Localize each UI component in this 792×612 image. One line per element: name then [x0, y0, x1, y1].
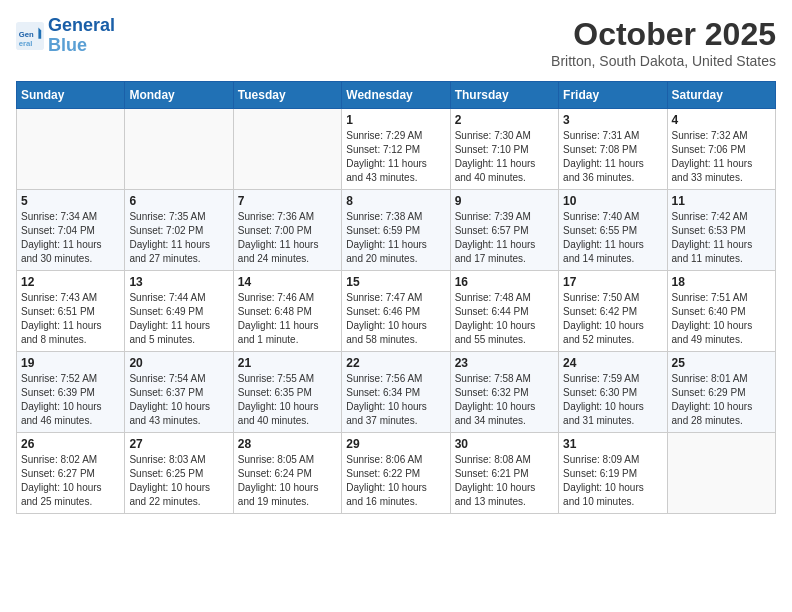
calendar-cell: 6Sunrise: 7:35 AM Sunset: 7:02 PM Daylig…	[125, 190, 233, 271]
calendar-cell: 12Sunrise: 7:43 AM Sunset: 6:51 PM Dayli…	[17, 271, 125, 352]
day-info: Sunrise: 7:32 AM Sunset: 7:06 PM Dayligh…	[672, 129, 771, 185]
calendar-table: SundayMondayTuesdayWednesdayThursdayFrid…	[16, 81, 776, 514]
page-header: Gen eral General Blue October 2025 Britt…	[16, 16, 776, 69]
calendar-header-row: SundayMondayTuesdayWednesdayThursdayFrid…	[17, 82, 776, 109]
day-number: 22	[346, 356, 445, 370]
calendar-cell: 8Sunrise: 7:38 AM Sunset: 6:59 PM Daylig…	[342, 190, 450, 271]
calendar-cell: 22Sunrise: 7:56 AM Sunset: 6:34 PM Dayli…	[342, 352, 450, 433]
calendar-cell: 15Sunrise: 7:47 AM Sunset: 6:46 PM Dayli…	[342, 271, 450, 352]
calendar-cell: 24Sunrise: 7:59 AM Sunset: 6:30 PM Dayli…	[559, 352, 667, 433]
day-number: 11	[672, 194, 771, 208]
day-info: Sunrise: 7:38 AM Sunset: 6:59 PM Dayligh…	[346, 210, 445, 266]
calendar-cell: 3Sunrise: 7:31 AM Sunset: 7:08 PM Daylig…	[559, 109, 667, 190]
calendar-header-tuesday: Tuesday	[233, 82, 341, 109]
calendar-cell: 31Sunrise: 8:09 AM Sunset: 6:19 PM Dayli…	[559, 433, 667, 514]
logo: Gen eral General Blue	[16, 16, 115, 56]
calendar-cell: 10Sunrise: 7:40 AM Sunset: 6:55 PM Dayli…	[559, 190, 667, 271]
calendar-cell: 1Sunrise: 7:29 AM Sunset: 7:12 PM Daylig…	[342, 109, 450, 190]
calendar-header-friday: Friday	[559, 82, 667, 109]
day-number: 8	[346, 194, 445, 208]
day-info: Sunrise: 7:31 AM Sunset: 7:08 PM Dayligh…	[563, 129, 662, 185]
logo-text: General Blue	[48, 16, 115, 56]
day-number: 5	[21, 194, 120, 208]
day-info: Sunrise: 7:52 AM Sunset: 6:39 PM Dayligh…	[21, 372, 120, 428]
day-number: 3	[563, 113, 662, 127]
day-info: Sunrise: 7:47 AM Sunset: 6:46 PM Dayligh…	[346, 291, 445, 347]
calendar-cell	[667, 433, 775, 514]
day-number: 28	[238, 437, 337, 451]
day-info: Sunrise: 8:01 AM Sunset: 6:29 PM Dayligh…	[672, 372, 771, 428]
day-number: 30	[455, 437, 554, 451]
calendar-cell: 14Sunrise: 7:46 AM Sunset: 6:48 PM Dayli…	[233, 271, 341, 352]
day-number: 9	[455, 194, 554, 208]
day-info: Sunrise: 7:34 AM Sunset: 7:04 PM Dayligh…	[21, 210, 120, 266]
calendar-cell: 25Sunrise: 8:01 AM Sunset: 6:29 PM Dayli…	[667, 352, 775, 433]
calendar-cell: 28Sunrise: 8:05 AM Sunset: 6:24 PM Dayli…	[233, 433, 341, 514]
calendar-cell: 29Sunrise: 8:06 AM Sunset: 6:22 PM Dayli…	[342, 433, 450, 514]
calendar-cell: 20Sunrise: 7:54 AM Sunset: 6:37 PM Dayli…	[125, 352, 233, 433]
day-info: Sunrise: 7:59 AM Sunset: 6:30 PM Dayligh…	[563, 372, 662, 428]
calendar-cell: 4Sunrise: 7:32 AM Sunset: 7:06 PM Daylig…	[667, 109, 775, 190]
day-info: Sunrise: 7:42 AM Sunset: 6:53 PM Dayligh…	[672, 210, 771, 266]
logo-icon: Gen eral	[16, 22, 44, 50]
calendar-cell: 16Sunrise: 7:48 AM Sunset: 6:44 PM Dayli…	[450, 271, 558, 352]
calendar-cell: 30Sunrise: 8:08 AM Sunset: 6:21 PM Dayli…	[450, 433, 558, 514]
calendar-week-row: 19Sunrise: 7:52 AM Sunset: 6:39 PM Dayli…	[17, 352, 776, 433]
day-info: Sunrise: 8:08 AM Sunset: 6:21 PM Dayligh…	[455, 453, 554, 509]
day-info: Sunrise: 7:43 AM Sunset: 6:51 PM Dayligh…	[21, 291, 120, 347]
day-info: Sunrise: 7:50 AM Sunset: 6:42 PM Dayligh…	[563, 291, 662, 347]
calendar-cell: 11Sunrise: 7:42 AM Sunset: 6:53 PM Dayli…	[667, 190, 775, 271]
calendar-week-row: 12Sunrise: 7:43 AM Sunset: 6:51 PM Dayli…	[17, 271, 776, 352]
svg-text:eral: eral	[19, 39, 33, 48]
day-number: 21	[238, 356, 337, 370]
day-number: 10	[563, 194, 662, 208]
calendar-cell: 2Sunrise: 7:30 AM Sunset: 7:10 PM Daylig…	[450, 109, 558, 190]
calendar-cell	[233, 109, 341, 190]
day-number: 17	[563, 275, 662, 289]
day-info: Sunrise: 7:39 AM Sunset: 6:57 PM Dayligh…	[455, 210, 554, 266]
calendar-header-monday: Monday	[125, 82, 233, 109]
day-info: Sunrise: 7:58 AM Sunset: 6:32 PM Dayligh…	[455, 372, 554, 428]
day-number: 16	[455, 275, 554, 289]
calendar-cell: 19Sunrise: 7:52 AM Sunset: 6:39 PM Dayli…	[17, 352, 125, 433]
calendar-cell: 23Sunrise: 7:58 AM Sunset: 6:32 PM Dayli…	[450, 352, 558, 433]
day-info: Sunrise: 7:48 AM Sunset: 6:44 PM Dayligh…	[455, 291, 554, 347]
calendar-cell: 17Sunrise: 7:50 AM Sunset: 6:42 PM Dayli…	[559, 271, 667, 352]
day-number: 6	[129, 194, 228, 208]
day-info: Sunrise: 7:40 AM Sunset: 6:55 PM Dayligh…	[563, 210, 662, 266]
month-title: October 2025	[551, 16, 776, 53]
calendar-week-row: 1Sunrise: 7:29 AM Sunset: 7:12 PM Daylig…	[17, 109, 776, 190]
day-info: Sunrise: 8:09 AM Sunset: 6:19 PM Dayligh…	[563, 453, 662, 509]
calendar-cell	[125, 109, 233, 190]
calendar-week-row: 26Sunrise: 8:02 AM Sunset: 6:27 PM Dayli…	[17, 433, 776, 514]
svg-text:Gen: Gen	[19, 30, 34, 39]
day-info: Sunrise: 7:54 AM Sunset: 6:37 PM Dayligh…	[129, 372, 228, 428]
day-number: 1	[346, 113, 445, 127]
day-info: Sunrise: 7:56 AM Sunset: 6:34 PM Dayligh…	[346, 372, 445, 428]
day-number: 19	[21, 356, 120, 370]
calendar-cell: 21Sunrise: 7:55 AM Sunset: 6:35 PM Dayli…	[233, 352, 341, 433]
day-info: Sunrise: 8:06 AM Sunset: 6:22 PM Dayligh…	[346, 453, 445, 509]
day-info: Sunrise: 8:05 AM Sunset: 6:24 PM Dayligh…	[238, 453, 337, 509]
calendar-header-sunday: Sunday	[17, 82, 125, 109]
calendar-cell	[17, 109, 125, 190]
day-number: 7	[238, 194, 337, 208]
day-number: 12	[21, 275, 120, 289]
day-number: 15	[346, 275, 445, 289]
title-block: October 2025 Britton, South Dakota, Unit…	[551, 16, 776, 69]
day-info: Sunrise: 7:51 AM Sunset: 6:40 PM Dayligh…	[672, 291, 771, 347]
day-info: Sunrise: 7:55 AM Sunset: 6:35 PM Dayligh…	[238, 372, 337, 428]
calendar-week-row: 5Sunrise: 7:34 AM Sunset: 7:04 PM Daylig…	[17, 190, 776, 271]
location: Britton, South Dakota, United States	[551, 53, 776, 69]
day-info: Sunrise: 7:35 AM Sunset: 7:02 PM Dayligh…	[129, 210, 228, 266]
day-info: Sunrise: 7:44 AM Sunset: 6:49 PM Dayligh…	[129, 291, 228, 347]
day-number: 13	[129, 275, 228, 289]
day-number: 4	[672, 113, 771, 127]
day-number: 18	[672, 275, 771, 289]
day-number: 29	[346, 437, 445, 451]
day-number: 27	[129, 437, 228, 451]
day-number: 14	[238, 275, 337, 289]
calendar-cell: 13Sunrise: 7:44 AM Sunset: 6:49 PM Dayli…	[125, 271, 233, 352]
day-number: 20	[129, 356, 228, 370]
day-number: 26	[21, 437, 120, 451]
